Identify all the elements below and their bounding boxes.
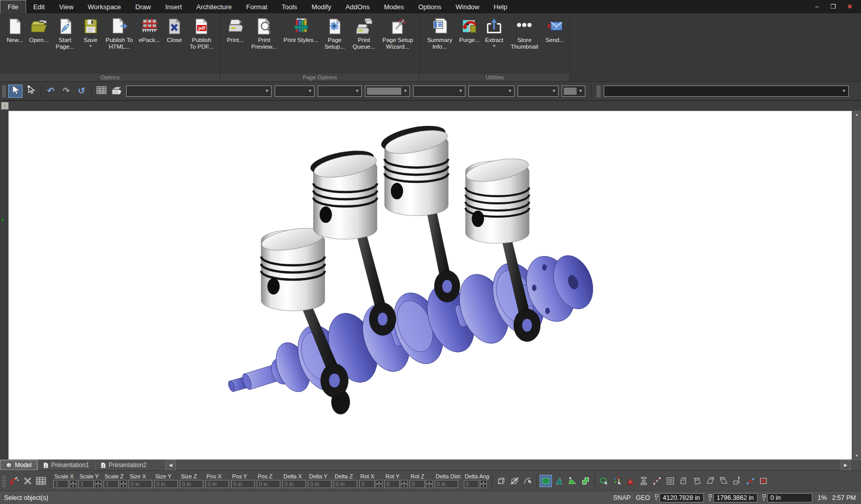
menu-tools[interactable]: Tools [275, 0, 304, 13]
pick-points-tool[interactable] [611, 475, 623, 487]
deselect-button[interactable] [22, 475, 34, 487]
viewport-3d-model[interactable] [9, 111, 852, 459]
menu-modify[interactable]: Modify [304, 0, 338, 13]
spinner[interactable]: ▲▼ [426, 480, 433, 488]
red-line-nodes-tool[interactable] [744, 475, 756, 487]
menu-options[interactable]: Options [411, 0, 448, 13]
canvas-origin-button[interactable]: ↑ [1, 102, 9, 110]
field-input[interactable] [384, 480, 400, 488]
menu-format[interactable]: Format [239, 0, 274, 13]
field-input[interactable] [53, 480, 69, 488]
print-button[interactable]: Print... [223, 15, 247, 45]
publish-html-button[interactable]: Publish To HTML... [102, 15, 136, 51]
new-button[interactable]: New... [3, 15, 27, 45]
toolbar-grip[interactable] [597, 85, 601, 97]
combo-5[interactable]: ▼ [413, 86, 465, 97]
menu-edit[interactable]: Edit [26, 0, 52, 13]
spinner[interactable]: ▲▼ [120, 480, 127, 488]
field-input[interactable] [129, 480, 152, 488]
coordinate-z-input[interactable]: 0 in [767, 493, 812, 502]
print-queue-button[interactable]: Print Queue... [348, 15, 379, 51]
combo-4[interactable]: ▼ [365, 86, 410, 97]
toolbar-grip[interactable] [2, 85, 6, 97]
menu-draw[interactable]: Draw [128, 0, 158, 13]
menu-modes[interactable]: Modes [377, 0, 411, 13]
field-input[interactable] [409, 480, 425, 488]
tab-scroll-right-button[interactable]: ▶ [840, 460, 851, 470]
start-page-button[interactable]: Start Page... [51, 15, 79, 51]
rect-select-tool[interactable] [540, 475, 552, 487]
field-input[interactable] [154, 480, 178, 488]
style-combo[interactable]: ▼ [126, 86, 272, 97]
page-setup-button[interactable]: Page Setup... [321, 15, 348, 51]
menu-view[interactable]: View [52, 0, 80, 13]
coordinate-y-input[interactable]: 1796.3862 in [713, 493, 757, 502]
polygon-green-tool[interactable] [580, 475, 592, 487]
field-input[interactable] [282, 480, 306, 488]
spinner[interactable]: ▲▼ [95, 480, 101, 488]
spinner[interactable]: ▲▼ [376, 480, 382, 488]
close-button[interactable]: ✕ [843, 2, 857, 12]
shear-b-tool[interactable] [717, 475, 730, 487]
print-preview-button[interactable]: Print Preview... [247, 15, 281, 51]
combo-2[interactable]: ▼ [275, 86, 315, 97]
tab-presentation2[interactable]: 2 Présentation2 [95, 460, 152, 470]
field-input[interactable] [359, 480, 375, 488]
geo-toggle[interactable]: GEO [636, 494, 650, 501]
summary-info-button[interactable]: Summary Info... [423, 15, 457, 51]
field-input[interactable] [206, 480, 229, 488]
field-input[interactable] [308, 480, 332, 488]
triangle-red-tool[interactable] [624, 475, 637, 487]
vertical-scrollbar[interactable]: ▲ ▼ [852, 111, 861, 459]
triangle-green-tool[interactable] [566, 475, 579, 487]
stretch-red-diagonal-tool[interactable] [651, 475, 663, 487]
snap-toggle[interactable]: SNAP [613, 494, 631, 501]
combo-8[interactable]: ▼ [562, 86, 585, 97]
cube-section-tool[interactable] [508, 475, 521, 487]
press-fit-tool[interactable] [638, 475, 650, 487]
tab-scroll-left-button[interactable]: ◀ [166, 460, 176, 470]
scroll-up-icon[interactable]: ▲ [852, 111, 861, 118]
open-button[interactable]: Open... [27, 15, 51, 45]
field-input[interactable] [231, 480, 255, 488]
print-sheet-button[interactable] [110, 85, 124, 98]
close-drawing-button[interactable]: Close [162, 15, 186, 45]
delete-red-cross-tool[interactable] [757, 475, 770, 487]
tab-model[interactable]: Model [0, 460, 37, 470]
field-input[interactable] [464, 480, 479, 488]
undo-button[interactable]: ↶ [44, 85, 58, 98]
selection-table-button[interactable] [94, 85, 109, 98]
publish-pdf-button[interactable]: pdf Publish To PDF... [186, 15, 217, 51]
node-select-tool-button[interactable] [24, 85, 38, 98]
selection-info-button[interactable] [35, 475, 47, 487]
command-combo[interactable]: ▼ [604, 86, 849, 97]
extract-button[interactable]: Extract ▾ [482, 15, 506, 49]
menu-architecture[interactable]: Architecture [189, 0, 239, 13]
spinner[interactable]: ▲▼ [70, 480, 76, 488]
save-button[interactable]: Save ▾ [79, 15, 102, 49]
field-input[interactable] [334, 480, 357, 488]
shear-a-tool[interactable] [704, 475, 716, 487]
menu-workspace[interactable]: Workspace [80, 0, 128, 13]
toolbar-grip[interactable] [2, 475, 6, 487]
combo-7[interactable]: ▼ [518, 86, 559, 97]
page-setup-wizard-button[interactable]: Page Setup Wizard... [379, 15, 416, 51]
rotate-a-tool[interactable] [678, 475, 690, 487]
combo-6[interactable]: ▼ [468, 86, 515, 97]
node-pin-tool[interactable] [731, 475, 743, 487]
redo-button[interactable]: ↷ [59, 85, 73, 98]
cursor-arc-tool[interactable] [522, 475, 534, 487]
spinner[interactable]: ▲▼ [401, 480, 407, 488]
print-styles-button[interactable]: Print Styles... [281, 15, 321, 45]
combo-3[interactable]: ▼ [318, 86, 362, 97]
field-input[interactable] [257, 480, 280, 488]
field-input[interactable] [104, 480, 119, 488]
field-input[interactable] [78, 480, 94, 488]
redo-loop-button[interactable]: ↺ [74, 85, 89, 98]
grid-box-tool[interactable] [664, 475, 676, 487]
store-thumbnail-button[interactable]: Store Thumbnail [506, 15, 543, 51]
field-input[interactable] [435, 480, 458, 488]
select-tool-button[interactable] [8, 85, 23, 98]
send-button[interactable]: Send... [543, 15, 566, 45]
menu-help[interactable]: Help [486, 0, 515, 13]
